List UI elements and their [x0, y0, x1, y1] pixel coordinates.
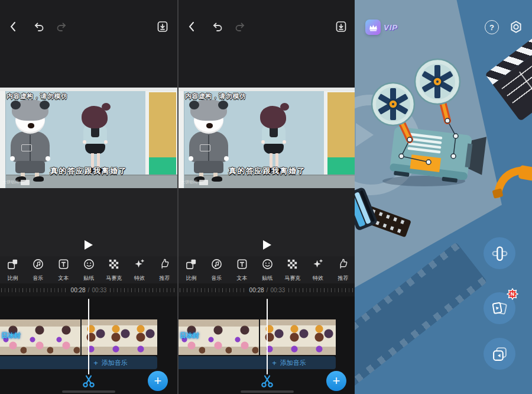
plus-icon: +: [272, 359, 277, 367]
editor-topbar: [0, 0, 177, 88]
total-time: 00:33: [270, 287, 285, 293]
music-icon: [32, 258, 44, 273]
vip-label: VIP: [384, 23, 398, 32]
timeline-ruler[interactable]: 00:28 / 00:33: [0, 283, 177, 296]
aspect-ratio-icon: [185, 258, 197, 273]
editor-topbar: [179, 0, 355, 88]
tool-text[interactable]: 文本: [229, 258, 255, 282]
tool-music[interactable]: 音乐: [204, 258, 229, 282]
redo-icon[interactable]: [233, 19, 248, 34]
clip-thumbnail-2[interactable]: [82, 319, 157, 355]
cut-button[interactable]: [259, 373, 275, 389]
tool-sticker[interactable]: 贴纸: [255, 258, 280, 282]
scene-door-yellow: [327, 92, 355, 157]
text-icon: [57, 258, 70, 273]
projector-illustration: [358, 46, 494, 188]
plus-icon: +: [93, 359, 98, 367]
disclaimer-text: 内容虚构，请勿模仿: [185, 92, 246, 101]
tool-aspect-ratio[interactable]: 比例: [0, 258, 25, 282]
disclaimer-text: 内容虚构，请勿模仿: [7, 92, 68, 101]
timeline-ruler[interactable]: 00:28 / 00:33: [179, 283, 355, 296]
tool-mosaic[interactable]: 马赛克: [280, 258, 305, 282]
tool-effects[interactable]: 特效: [305, 258, 330, 282]
music-icon: [210, 258, 223, 273]
tool-text[interactable]: 文本: [51, 258, 76, 282]
ruler-ticks-right: [288, 288, 355, 292]
clip-thumbnail-1[interactable]: 日冰封: [179, 319, 259, 355]
preview-gap: [179, 188, 355, 256]
play-icon: [85, 240, 93, 250]
total-time: 00:33: [92, 287, 106, 293]
text-icon: [236, 258, 248, 273]
sticker-icon: [261, 258, 274, 273]
cable-illustration: [492, 156, 532, 204]
editor-panel-middle: 内容虚构，请勿模仿 真的答应跟我离婚了 大饼动画 比例 音乐: [177, 0, 355, 394]
timeline-area: 日冰封 + 添加音乐 +: [179, 296, 355, 394]
ruler-ticks-left: [180, 288, 246, 292]
play-button[interactable]: [263, 239, 275, 251]
clip-caption: 日冰封: [180, 331, 199, 340]
redo-icon[interactable]: [54, 19, 70, 34]
preview-gap: [0, 188, 177, 256]
watermark: 大饼动画: [2, 179, 30, 185]
tool-mosaic[interactable]: 马赛克: [101, 258, 126, 282]
subtitle-text: 真的答应跟我离婚了: [0, 166, 177, 176]
timeline-area: 日冰封 + 添加音乐 +: [0, 296, 177, 394]
export-button[interactable]: [155, 19, 170, 34]
video-preview[interactable]: 内容虚构，请勿模仿 真的答应跟我离婚了 大饼动画: [0, 88, 177, 188]
templates-button[interactable]: N: [484, 292, 515, 324]
vip-badge[interactable]: VIP: [365, 20, 398, 35]
home-indicator: [62, 390, 115, 393]
watermark-logo: [199, 180, 208, 185]
crown-icon: [365, 20, 381, 35]
help-button[interactable]: ?: [485, 20, 499, 34]
scene-door-yellow: [149, 92, 176, 157]
time-display: 00:28 / 00:33: [71, 287, 107, 293]
clips-button[interactable]: [484, 338, 515, 370]
cut-button[interactable]: [81, 373, 96, 389]
undo-icon[interactable]: [209, 19, 225, 34]
tool-aspect-ratio[interactable]: 比例: [179, 258, 204, 282]
settings-button[interactable]: [508, 20, 524, 35]
mosaic-icon: [286, 258, 299, 273]
mosaic-icon: [108, 258, 120, 273]
tool-music[interactable]: 音乐: [25, 258, 51, 282]
add-clip-button[interactable]: +: [326, 371, 346, 391]
playhead: [88, 299, 89, 374]
back-icon[interactable]: [184, 19, 200, 34]
effects-icon: [133, 258, 145, 273]
subtitle-text: 真的答应跟我离婚了: [179, 166, 355, 176]
undo-icon[interactable]: [31, 19, 46, 34]
filmstrip[interactable]: 日冰封: [0, 319, 157, 355]
scene-top-strip: [0, 88, 177, 91]
film-roll-illustration: [355, 183, 417, 248]
stitch-button[interactable]: [484, 237, 515, 269]
clip-thumbnail-1[interactable]: 日冰封: [0, 319, 80, 355]
home-panel: VIP ? N: [355, 0, 532, 394]
play-icon: [263, 240, 271, 250]
editor-panel-left: 内容虚构，请勿模仿 真的答应跟我离婚了 大饼动画 比例 音乐: [0, 0, 177, 394]
scene-top-strip: [179, 88, 355, 91]
watermark-logo: [21, 180, 30, 185]
video-preview[interactable]: 内容虚构，请勿模仿 真的答应跟我离婚了 大饼动画: [179, 88, 355, 188]
home-indicator: [241, 390, 294, 393]
tool-sticker[interactable]: 贴纸: [76, 258, 102, 282]
clip-thumbnail-2[interactable]: [260, 319, 336, 355]
export-button[interactable]: [333, 19, 349, 34]
tool-recommend[interactable]: 推荐: [152, 258, 177, 282]
add-music-button[interactable]: + 添加音乐: [0, 356, 157, 369]
filmstrip[interactable]: 日冰封: [179, 319, 336, 355]
tool-recommend[interactable]: 推荐: [330, 258, 355, 282]
play-button[interactable]: [85, 239, 96, 251]
new-badge: N: [507, 288, 518, 300]
clip-caption: 日冰封: [1, 331, 21, 340]
tool-effects[interactable]: 特效: [126, 258, 152, 282]
add-music-button[interactable]: + 添加音乐: [179, 356, 336, 369]
add-clip-button[interactable]: +: [148, 371, 168, 391]
playhead: [267, 299, 268, 374]
back-icon[interactable]: [6, 19, 21, 34]
thumbs-up-icon: [337, 258, 349, 273]
edit-toolbar: 比例 音乐 文本 贴纸: [0, 256, 177, 283]
ruler-ticks-right: [110, 288, 176, 292]
watermark: 大饼动画: [181, 179, 208, 185]
